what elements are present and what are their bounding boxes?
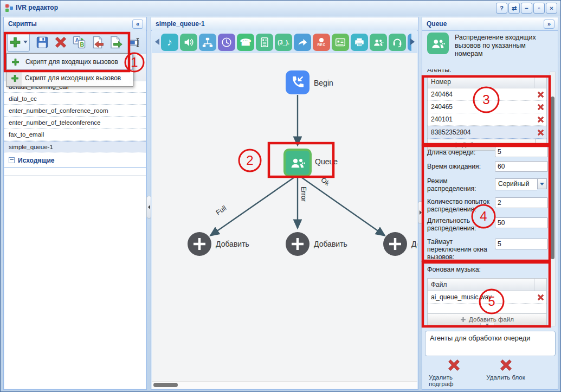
add-node-button[interactable] [286,232,309,256]
canvas-horizontal-scrollbar[interactable] [152,381,417,389]
blocks-toolbar: ♪ ☎ (3_). [152,30,417,54]
scripts-panel-header: Скрипты « [4,17,146,31]
field-label: Длина очереди: [427,149,495,156]
add-script-plus-icon [9,36,21,48]
help-button[interactable]: ? [496,3,507,14]
edge-label-error: Error [300,187,307,202]
field-label: Режим распределения: [427,177,495,192]
queue-people-icon [430,35,446,52]
inspector-title: Queue [427,20,447,28]
distribution-mode-select[interactable]: Серийный [495,178,547,190]
script-list-item[interactable]: fax_to_email [4,129,146,140]
delete-block-button[interactable]: Удалить блок [481,358,531,381]
red-x-icon [537,293,545,301]
minimize-button[interactable]: − [521,3,532,14]
script-list-item[interactable]: dial_to_cc [4,93,146,105]
red-x-icon [537,115,545,124]
call-block-icon[interactable]: ☎ [237,34,254,51]
toolbar-scroll-right-button[interactable] [409,36,416,48]
collapse-left-arrow-icon [148,205,150,209]
number-row-selected[interactable]: 83852352804 [428,126,546,139]
queue-length-input[interactable] [495,146,548,157]
collapse-section-tab[interactable] [480,323,494,327]
script-list-item[interactable]: enter_number_of_conference_room [4,105,146,117]
voice-menu-block-icon[interactable] [256,34,273,51]
block-description: Распределение входящих вызовов по указан… [455,34,551,58]
save-script-button[interactable] [34,34,50,50]
music-table: Файл ai_queue_music.wav Добавить файл [427,278,547,325]
collapse-group-icon[interactable] [9,157,15,163]
plus-icon [188,232,211,256]
delete-number-button[interactable] [534,115,546,124]
plus-icon [10,74,20,82]
flow-canvas[interactable]: Begin Queue Full Error Ok [152,53,417,389]
maximize-button[interactable]: ▫ [533,3,545,14]
scrollbar-thumb[interactable] [153,383,178,387]
plus-icon [10,58,20,66]
toolbar-scroll-left-button[interactable] [153,36,160,48]
add-node-button[interactable] [188,232,211,256]
scripts-list: default_incoming_call dial_to_cc enter_n… [4,54,146,389]
schedule-block-icon[interactable] [218,34,235,51]
delete-script-button[interactable] [53,34,69,50]
rename-ab-icon: A B [73,36,86,49]
left-splitter[interactable] [147,17,150,390]
window-timeout-input[interactable] [495,239,548,249]
menu-item-incoming-script[interactable]: Скрипт для входящих вызовов [7,54,133,70]
transfer-block-icon[interactable] [294,34,311,51]
fax-block-icon[interactable] [351,34,368,51]
add-script-menu: Скрипт для входящих вызовов Скрипт для и… [6,53,133,87]
edit-number-button[interactable] [126,34,143,50]
rename-script-button[interactable]: A B [71,34,87,50]
contact-card-block-icon[interactable] [332,34,349,51]
queue-people-icon [289,154,306,171]
plus-icon [460,317,466,323]
actions-column-header [534,279,546,291]
add-script-split-button[interactable] [7,33,30,52]
scrollbar-thumb[interactable] [551,97,554,259]
number-row[interactable]: 240464 [428,88,546,101]
close-button[interactable]: × [546,3,557,14]
menu-item-outgoing-script[interactable]: Скрипт для исходящих вызовов [7,70,133,86]
delete-number-button[interactable] [534,103,546,111]
add-node-button[interactable] [383,232,407,256]
empty-list-row [4,168,146,176]
music-file-row[interactable]: ai_queue_music.wav [428,291,546,304]
diagram-panel: simple_queue-1 ♪ ☎ (3_). [151,17,418,390]
attempts-input[interactable] [495,197,548,208]
extension-block-icon[interactable]: (3_). [275,34,292,51]
export-script-button[interactable] [108,34,124,50]
queue-block-icon[interactable] [370,34,387,51]
select-trigger[interactable] [537,178,547,189]
begin-node[interactable] [286,70,309,94]
import-script-button[interactable] [89,34,106,50]
number-row[interactable]: 240465 [428,101,546,113]
inspector-scrollbar[interactable] [550,72,556,326]
script-list-item-selected[interactable]: simple_queue-1 [4,141,146,152]
music-block-icon[interactable]: ♪ [161,34,178,51]
plus-icon [286,232,309,256]
field-label: Время ожидания: [427,163,495,170]
collapse-right-panel-button[interactable]: » [544,20,554,29]
delete-file-button[interactable] [534,293,546,301]
collapse-left-panel-button[interactable]: « [132,20,143,29]
number-row[interactable]: 240101 [428,113,546,126]
outgoing-group-header[interactable]: Исходящие [4,154,146,168]
app-icon [5,4,14,12]
branch-block-icon[interactable] [199,34,216,51]
distribution-duration-input[interactable] [495,217,548,228]
refresh-button[interactable]: ⇄ [508,3,520,14]
delete-subgraph-button[interactable]: Удалить подграф [429,358,479,387]
record-block-icon[interactable]: REC [313,34,330,51]
script-list-item[interactable]: enter_number_of_teleconference [4,117,146,128]
queue-node-label: Queue [315,157,338,166]
sound-block-icon[interactable] [180,34,197,51]
agents-note-box[interactable]: Агенты для обработки очереди [425,331,556,356]
wait-time-input[interactable] [495,161,548,172]
queue-node-selected[interactable] [283,149,312,177]
operator-block-icon[interactable] [389,34,406,51]
delete-number-button[interactable] [534,128,546,137]
text-field-icon [128,36,141,49]
delete-number-button[interactable] [534,91,546,99]
inspector-header: Queue » [422,17,558,31]
